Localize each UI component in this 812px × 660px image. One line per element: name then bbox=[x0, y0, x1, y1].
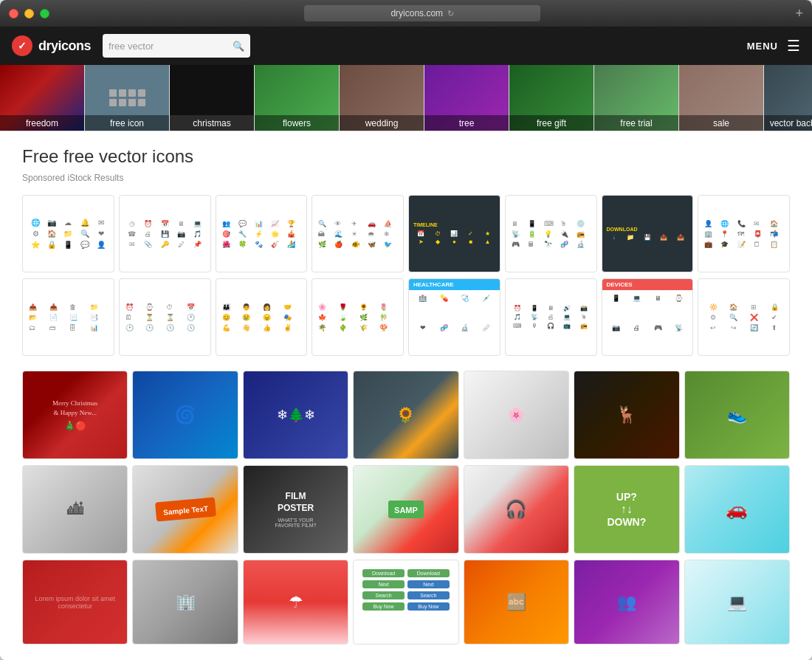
logo-area: ✓ dryicons bbox=[12, 35, 91, 56]
category-item-vectorbg[interactable]: vector background bbox=[764, 65, 812, 131]
icon-pack-5[interactable]: TIMELINE 📅⏱📊✓★ ➤◆●■▲ bbox=[408, 195, 500, 272]
icon-pack-1[interactable]: 🌐📷☁🔔✉ ⚙🏠📁🔍❤ ⭐🔒📱💬👤 bbox=[22, 195, 114, 272]
vector-card-crowd[interactable]: 👥 bbox=[574, 560, 679, 644]
category-label-freedom: freedom bbox=[0, 115, 84, 131]
browser-window: dryicons.com ↻ + ✓ dryicons free vector … bbox=[0, 0, 812, 660]
search-icon[interactable]: 🔍 bbox=[233, 41, 244, 52]
category-label-tree: tree bbox=[424, 115, 509, 131]
vector-card-car[interactable]: 🚗 bbox=[684, 465, 790, 554]
vector-grid-row-1: Merry Christmas& Happy New... 🎄🔴 🌀 ❄🌲❄ bbox=[22, 371, 790, 459]
category-label-freeicon: free icon bbox=[85, 115, 169, 131]
icon-pack-11[interactable]: 👪👨👩🤝 😊😢😠🎭 💪👋👍✌ bbox=[216, 278, 308, 356]
category-item-freeicon[interactable]: free icon bbox=[85, 65, 170, 131]
icon-pack-7[interactable]: DOWNLOAD ↓📁💾📤📥 bbox=[602, 195, 694, 272]
header-right: MENU ☰ bbox=[747, 37, 800, 55]
main-content: Free free vector icons Sponsored iStock … bbox=[0, 131, 812, 660]
vector-grid-row-3: Lorem ipsum dolor sit amet consectetur 🏢… bbox=[22, 560, 790, 644]
maximize-button[interactable] bbox=[40, 9, 49, 18]
icon-pack-14[interactable]: 🔆🏠⊞🔒 ⚙🔍❌✔ ↩↪🔄⬆ bbox=[698, 278, 790, 356]
icon-pack-4[interactable]: 🔍👁✈🚗⛵ 🏔🌊☀🌧❄ 🌿🍎🐠🦋🐦 bbox=[312, 195, 404, 272]
icon-pack-9[interactable]: 📤📥🗑📁 📂📄📃📑 🗂🗃🗄📊 bbox=[22, 278, 114, 356]
icon-pack-row-1: 🌐📷☁🔔✉ ⚙🏠📁🔍❤ ⭐🔒📱💬👤 ◷⏰📅🖥💻 ☎🖨💾📷🎵 ✉📎🔑🖊📌 👥💬� bbox=[22, 195, 790, 272]
category-item-flowers[interactable]: flowers bbox=[255, 65, 340, 131]
vector-card-grunge[interactable]: 🌸 bbox=[464, 371, 569, 459]
menu-label[interactable]: MENU bbox=[747, 41, 778, 52]
sponsored-label: Sponsored iStock Results bbox=[22, 173, 790, 183]
vector-grid-row-2: 🏙 Sample TexT FILMPOSTER WHAT'S YOURFAVO… bbox=[22, 465, 790, 554]
vector-card-laptop[interactable]: 💻 bbox=[684, 560, 790, 644]
url-bar-container: dryicons.com ↻ bbox=[55, 5, 789, 21]
icon-pack-10[interactable]: ⏰⌚⏱📅 🗓⏳⌛🕐 🕑🕒🕓🕔 bbox=[119, 278, 211, 356]
icon-pack-12[interactable]: 🌸🌹🌻🌷 🍁🍃🌿🎋 🌴🌵🌾🍄 bbox=[312, 278, 404, 356]
vector-card-floral-yellow[interactable]: 🌻 bbox=[353, 371, 458, 459]
search-bar[interactable]: free vector 🔍 bbox=[103, 34, 250, 58]
category-label-christmas: christmas bbox=[170, 115, 254, 131]
titlebar: dryicons.com ↻ + bbox=[0, 0, 812, 27]
icon-pack-6[interactable]: 🖥📱⌨🖱💿 📡🔋💡🔌📻 🎮🖩🔭🧬🔬 bbox=[505, 195, 597, 272]
sample-text-label: Sample TexT bbox=[162, 504, 208, 516]
hamburger-icon[interactable]: ☰ bbox=[787, 37, 800, 55]
logo-icon[interactable]: ✓ bbox=[12, 35, 32, 56]
new-tab-button[interactable]: + bbox=[795, 7, 803, 20]
category-label-flowers: flowers bbox=[255, 115, 339, 131]
icon-pack-devices[interactable]: DEVICES 📱💻🖥⌚ 📷🖨🎮📡 bbox=[602, 278, 694, 356]
vector-card-winter[interactable]: ❄🌲❄ bbox=[243, 371, 348, 459]
page-title: Free free vector icons bbox=[22, 146, 790, 167]
category-item-tree[interactable]: tree bbox=[424, 65, 509, 131]
icon-pack-13[interactable]: ⏰📱🖥🔊📸 🎵📡🖨💻🖱 ⌨🎙🎧📺📻 bbox=[505, 278, 597, 356]
icon-pack-row-2: 📤📥🗑📁 📂📄📃📑 🗂🗃🗄📊 ⏰⌚⏱📅 🗓⏳⌛🕐 🕑🕒🕓🕔 👪👨👩🤝 😊😢😠🎭 bbox=[22, 278, 790, 356]
vector-card-orange-text[interactable]: 🔤 bbox=[464, 560, 569, 644]
category-label-vectorbg: vector background bbox=[764, 115, 812, 131]
vector-card-city[interactable]: 🏙 bbox=[22, 465, 128, 554]
search-input[interactable]: free vector bbox=[109, 41, 228, 52]
category-item-freegift[interactable]: free gift bbox=[509, 65, 594, 131]
category-label-freetrial: free trial bbox=[594, 115, 678, 131]
vector-card-buttons[interactable]: Download Download Next Next Search Searc… bbox=[353, 560, 458, 644]
category-strip: freedom free icon christmas bbox=[0, 65, 812, 131]
vector-card-updown[interactable]: UP? ↑↓ DOWN? bbox=[574, 465, 679, 554]
vector-card-umbrella[interactable]: ☂ bbox=[243, 560, 348, 644]
minimize-button[interactable] bbox=[24, 9, 34, 18]
vector-card-music-sample[interactable]: SAMP bbox=[353, 465, 458, 554]
vector-card-headphones[interactable]: 🎧 bbox=[464, 465, 569, 554]
icon-pack-8[interactable]: 👤🌐📞✉🏠 🏢📍🗺📮📬 💼🎓📝🗒📋 bbox=[698, 195, 790, 272]
category-item-sale[interactable]: sale bbox=[679, 65, 764, 131]
vector-card-blue-swirl[interactable]: 🌀 bbox=[132, 371, 238, 459]
category-item-freedom[interactable]: freedom bbox=[0, 65, 85, 131]
category-label-freegift: free gift bbox=[509, 115, 593, 131]
vector-card-christmas[interactable]: Merry Christmas& Happy New... 🎄🔴 bbox=[22, 371, 128, 459]
category-item-christmas[interactable]: christmas bbox=[170, 65, 255, 131]
vector-card-deer[interactable]: 🦌 bbox=[574, 371, 679, 459]
close-button[interactable] bbox=[9, 9, 18, 18]
url-bar[interactable]: dryicons.com ↻ bbox=[304, 5, 540, 21]
vector-card-sneaker[interactable]: 👟 bbox=[684, 371, 790, 459]
refresh-icon[interactable]: ↻ bbox=[447, 9, 454, 18]
vector-card-sample-text[interactable]: Sample TexT bbox=[132, 465, 238, 554]
icon-pack-2[interactable]: ◷⏰📅🖥💻 ☎🖨💾📷🎵 ✉📎🔑🖊📌 bbox=[119, 195, 211, 272]
url-text: dryicons.com bbox=[390, 8, 443, 18]
category-item-freetrial[interactable]: free trial bbox=[594, 65, 679, 131]
vector-card-city2[interactable]: 🏢 bbox=[132, 560, 238, 644]
category-item-wedding[interactable]: wedding bbox=[340, 65, 424, 131]
app-header: ✓ dryicons free vector 🔍 MENU ☰ bbox=[0, 27, 812, 65]
icon-pack-3[interactable]: 👥💬📊📈🏆 🎯🔧⚡🌟🎪 🌺🍀🐾🎸🏄 bbox=[216, 195, 308, 272]
icon-pack-healthcare[interactable]: HEALTHCARE 🏥💊🩺💉 ❤🧬🔬🩹 bbox=[408, 278, 500, 356]
logo-text: dryicons bbox=[38, 38, 91, 54]
category-label-sale: sale bbox=[679, 115, 763, 131]
vector-card-red-grunge[interactable]: Lorem ipsum dolor sit amet consectetur bbox=[22, 560, 128, 644]
category-label-wedding: wedding bbox=[340, 115, 424, 131]
vector-card-film-poster[interactable]: FILMPOSTER WHAT'S YOURFAVORITE FILM? bbox=[243, 465, 348, 554]
